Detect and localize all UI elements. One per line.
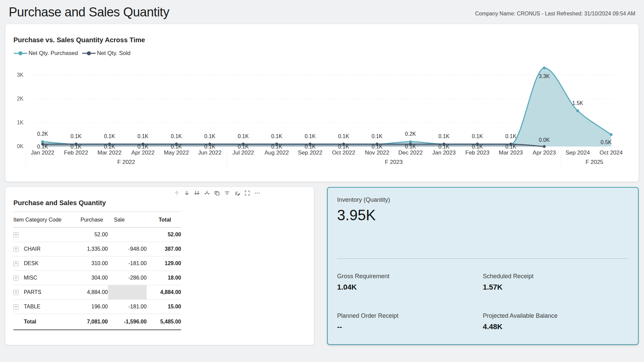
svg-text:0.1K: 0.1K	[171, 144, 182, 149]
metric-scheduled-receipt: Scheduled Receipt 1.57K	[483, 273, 629, 292]
svg-text:Mar 2023: Mar 2023	[499, 149, 523, 156]
svg-text:F 2022: F 2022	[117, 159, 135, 165]
sale-value: -181.00	[108, 256, 147, 271]
col-header-purchase[interactable]: Purchase	[72, 212, 108, 228]
total-value: 4,884.00	[147, 285, 181, 300]
svg-text:Nov 2022: Nov 2022	[365, 149, 389, 156]
metric-gross-requirement: Gross Requirement 1.04K	[337, 273, 483, 292]
drill-down-icon[interactable]	[184, 190, 190, 196]
chart-legend: Net Qty. Purchased Net Qty. Sold	[13, 50, 631, 57]
total-value: 15.00	[147, 300, 181, 314]
purchase-value: 1,335.00	[72, 242, 108, 256]
sale-value	[108, 285, 147, 300]
bottom-row: Purchase and Sales Quantity Item Categor…	[5, 187, 639, 345]
expand-icon[interactable]: +	[13, 276, 18, 281]
expand-icon[interactable]: +	[13, 247, 18, 252]
expand-icon[interactable]: +	[13, 304, 18, 309]
sale-value: -286.00	[108, 271, 147, 285]
copy-icon[interactable]	[214, 190, 220, 196]
purchase-value: 304.00	[72, 271, 108, 285]
total-total-value: 5,485.00	[147, 314, 181, 330]
svg-text:0.1K: 0.1K	[271, 144, 282, 149]
table-row[interactable]: +DESK310.00-181.00129.00	[13, 256, 181, 271]
personalize-icon[interactable]	[234, 190, 240, 196]
svg-text:Aug 2022: Aug 2022	[265, 149, 289, 156]
total-sale-value: -1,596.00	[108, 314, 147, 330]
item-category-code: MISC	[24, 275, 37, 281]
svg-text:1.5K: 1.5K	[572, 100, 583, 106]
drill-up-icon[interactable]	[174, 190, 180, 196]
svg-text:Oct 2024: Oct 2024	[600, 149, 623, 156]
next-level-icon[interactable]	[194, 190, 200, 196]
table-total-row[interactable]: Total 7,081.00 -1,596.00 5,485.00	[13, 314, 181, 330]
svg-text:May 2022: May 2022	[164, 149, 189, 156]
svg-text:Apr 2022: Apr 2022	[131, 149, 155, 156]
report-header: Purchase and Sales Quantity Company Name…	[0, 0, 644, 24]
svg-text:0.1K: 0.1K	[372, 133, 383, 139]
kpi-value: 3.95K	[337, 207, 629, 224]
total-value: 52.00	[147, 228, 181, 242]
svg-text:0.1K: 0.1K	[104, 144, 115, 149]
svg-text:0.1K: 0.1K	[204, 133, 215, 139]
table-row[interactable]: +TABLE196.00-181.0015.00	[13, 300, 181, 314]
col-header-sale[interactable]: Sale	[108, 212, 147, 228]
svg-text:0.1K: 0.1K	[104, 133, 115, 139]
svg-text:0.1K: 0.1K	[438, 144, 449, 149]
time-chart-card: Purchase vs. Sales Quantity Across Time …	[5, 24, 639, 182]
time-chart-svg[interactable]: 0K1K2K3KF 2022F 2023F 2025Jan 2022Feb 20…	[13, 58, 631, 174]
total-row-label: Total	[13, 314, 72, 330]
col-header-item-category-code[interactable]: Item Category Code	[13, 212, 72, 228]
svg-text:0.5K: 0.5K	[601, 139, 612, 145]
svg-text:Jul 2022: Jul 2022	[232, 149, 254, 156]
svg-text:0.1K: 0.1K	[405, 144, 416, 149]
expand-icon[interactable]: +	[13, 290, 18, 295]
svg-text:0.1K: 0.1K	[472, 133, 483, 139]
purchase-value: 196.00	[72, 300, 108, 314]
kpi-title: Inventory (Quantity)	[337, 196, 629, 203]
svg-text:Jan 2022: Jan 2022	[31, 149, 54, 156]
svg-text:0.1K: 0.1K	[338, 133, 349, 139]
svg-text:Apr 2023: Apr 2023	[533, 149, 556, 156]
sale-value: -181.00	[108, 300, 147, 314]
table-row[interactable]: +MISC304.00-286.0018.00	[13, 271, 181, 285]
table-row[interactable]: +CHAIR1,335.00-948.00387.00	[13, 242, 181, 256]
table-row[interactable]: +52.0052.00	[13, 228, 181, 242]
svg-text:0.1K: 0.1K	[505, 133, 516, 139]
more-options-icon[interactable]	[254, 190, 260, 196]
table-body: +52.0052.00+CHAIR1,335.00-948.00387.00+D…	[13, 228, 181, 314]
col-header-total[interactable]: Total	[147, 212, 181, 228]
expand-level-icon[interactable]	[204, 190, 210, 196]
focus-mode-icon[interactable]	[244, 190, 250, 196]
svg-text:Mar 2022: Mar 2022	[97, 149, 121, 156]
matrix-title: Purchase and Sales Quantity	[13, 199, 181, 212]
sale-value: -948.00	[108, 242, 147, 256]
legend-item-sold[interactable]: Net Qty. Sold	[82, 50, 130, 57]
series-purchased	[43, 68, 611, 146]
legend-item-purchased[interactable]: Net Qty. Purchased	[13, 50, 78, 57]
svg-text:Sep 2024: Sep 2024	[566, 149, 590, 156]
matrix-card: Purchase and Sales Quantity Item Categor…	[5, 187, 314, 345]
svg-text:0.1K: 0.1K	[271, 133, 282, 139]
expand-icon[interactable]: +	[13, 232, 18, 237]
svg-text:0.1K: 0.1K	[70, 144, 82, 149]
total-value: 387.00	[147, 242, 181, 256]
table-row[interactable]: +PARTS4,884.004,884.00	[13, 285, 181, 300]
kpi-divider	[337, 258, 629, 259]
svg-text:0.1K: 0.1K	[305, 133, 316, 139]
svg-text:0K: 0K	[17, 143, 23, 149]
svg-text:0.1K: 0.1K	[472, 144, 483, 149]
svg-text:0.1K: 0.1K	[171, 133, 182, 139]
total-value: 18.00	[147, 271, 181, 285]
legend-marker-icon	[82, 51, 96, 56]
kpi-metrics-grid: Gross Requirement 1.04K Scheduled Receip…	[337, 273, 629, 331]
item-category-code: PARTS	[24, 289, 41, 295]
chart-title: Purchase vs. Sales Quantity Across Time	[13, 36, 631, 44]
page-title: Purchase and Sales Quantity	[9, 5, 169, 19]
svg-text:0.1K: 0.1K	[204, 144, 215, 149]
svg-text:0.1K: 0.1K	[138, 133, 149, 139]
filter-icon[interactable]	[224, 190, 230, 196]
total-purchase-value: 7,081.00	[72, 314, 108, 330]
svg-text:Jan 2023: Jan 2023	[432, 149, 456, 156]
expand-icon[interactable]: +	[13, 261, 18, 266]
svg-text:0.1K: 0.1K	[372, 144, 383, 149]
